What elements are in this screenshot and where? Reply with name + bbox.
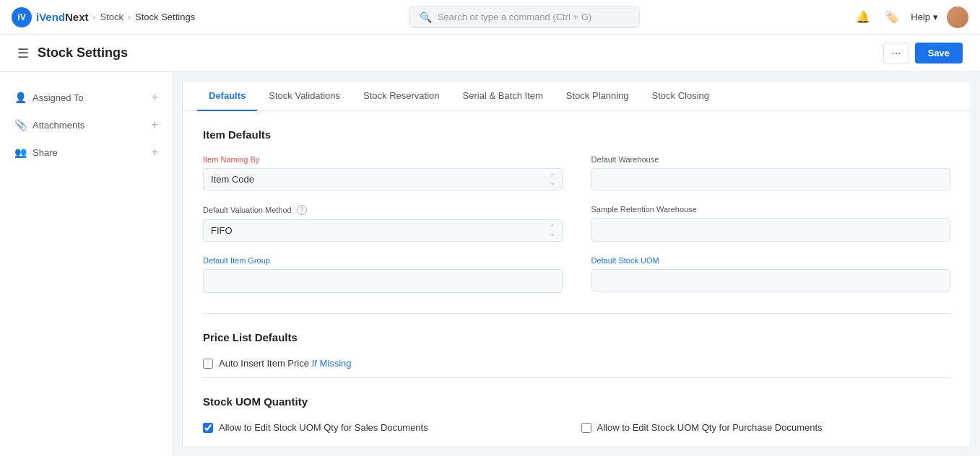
sidebar-item-assigned-to-left: 👤 Assigned To: [14, 92, 84, 103]
page-header-left: ☰ Stock Settings: [17, 45, 128, 61]
default-valuation-label-text: Default Valuation Method: [203, 206, 292, 214]
allow-edit-purchase-checkbox[interactable]: [581, 423, 591, 433]
valuation-help-icon[interactable]: ?: [297, 205, 307, 215]
default-item-group-field: Default Item Group: [203, 256, 563, 293]
auto-insert-row: Auto Insert Item Price If Missing: [203, 358, 950, 369]
avatar[interactable]: [947, 6, 968, 28]
page-title: Stock Settings: [38, 45, 128, 61]
tabs-bar: Defaults Stock Validations Stock Reserva…: [183, 82, 971, 111]
default-stock-uom-input[interactable]: Each: [591, 269, 951, 291]
allow-edit-sales-label: Allow to Edit Stock UOM Qty for Sales Do…: [219, 422, 428, 433]
sidebar: 👤 Assigned To + 📎 Attachments + 👥 Share …: [0, 72, 173, 456]
default-warehouse-label: Default Warehouse: [591, 155, 951, 164]
attachments-add-icon[interactable]: +: [152, 118, 158, 131]
item-defaults-grid: Item Naming By Item Code Item Name Serie…: [203, 155, 950, 293]
form-content: Item Defaults Item Naming By Item Code I…: [183, 111, 971, 447]
default-item-group-label: Default Item Group: [203, 256, 563, 265]
default-stock-uom-field: Default Stock UOM Each: [591, 256, 951, 293]
auto-insert-highlight-text: If Missing: [312, 358, 352, 369]
assigned-to-icon: 👤: [14, 92, 27, 103]
allow-edit-purchase-label: Allow to Edit Stock UOM Qty for Purchase…: [597, 422, 823, 433]
nav-right: 🔔 🏷️ Help ▾: [853, 6, 968, 28]
help-chevron-icon: ▾: [933, 12, 938, 22]
sidebar-label-share: Share: [32, 147, 58, 158]
logo[interactable]: iV iVendNext: [12, 7, 89, 27]
assigned-to-add-icon[interactable]: +: [152, 91, 158, 104]
auto-insert-checkbox[interactable]: [203, 359, 213, 369]
auto-insert-text: Auto Insert Item Price: [219, 358, 309, 369]
price-list-title: Price List Defaults: [203, 331, 950, 343]
page-header: ☰ Stock Settings ··· Save: [0, 35, 980, 72]
auto-insert-highlight: If Missing: [312, 358, 352, 369]
sidebar-item-share[interactable]: 👥 Share +: [0, 139, 173, 166]
default-valuation-select[interactable]: FIFO Moving Average LIFO: [203, 219, 563, 242]
item-naming-select[interactable]: Item Code Item Name Series: [203, 168, 563, 190]
allow-edit-sales-item: Allow to Edit Stock UOM Qty for Sales Do…: [203, 422, 573, 433]
sidebar-item-attachments[interactable]: 📎 Attachments +: [0, 111, 173, 139]
item-defaults-title: Item Defaults: [203, 128, 950, 141]
section-divider-2: [203, 377, 950, 378]
sample-retention-label: Sample Retention Warehouse: [591, 205, 951, 214]
top-nav: iV iVendNext › Stock › Stock Settings 🔍 …: [0, 0, 980, 35]
logo-ivend: iVend: [36, 11, 65, 23]
save-button[interactable]: Save: [915, 43, 963, 63]
tab-serial-batch-item[interactable]: Serial & Batch Item: [451, 82, 555, 111]
breadcrumb-sep-1: ›: [93, 12, 96, 22]
avatar-image: [947, 6, 968, 28]
default-warehouse-field: Default Warehouse Stores - AR: [591, 155, 951, 190]
logo-next: Next: [65, 11, 89, 23]
search-placeholder: Search or type a command (Ctrl + G): [438, 12, 592, 22]
sidebar-label-assigned-to: Assigned To: [32, 92, 84, 103]
sidebar-item-attachments-left: 📎 Attachments: [14, 119, 84, 131]
default-item-group-input[interactable]: [203, 269, 563, 293]
default-valuation-label: Default Valuation Method ?: [203, 205, 563, 215]
sidebar-label-attachments: Attachments: [32, 120, 84, 131]
more-options-button[interactable]: ···: [883, 43, 909, 64]
help-label: Help: [911, 12, 930, 22]
breadcrumb-stock[interactable]: Stock: [100, 12, 124, 22]
section-divider-1: [203, 313, 950, 314]
allow-edit-purchase-item: Allow to Edit Stock UOM Qty for Purchase…: [581, 422, 951, 433]
share-icon: 👥: [14, 146, 27, 158]
notifications-button[interactable]: 🔔: [853, 7, 873, 27]
default-valuation-select-wrap: FIFO Moving Average LIFO: [203, 219, 563, 242]
attachments-icon: 📎: [14, 119, 27, 131]
sample-retention-field: Sample Retention Warehouse: [591, 205, 951, 242]
breadcrumb-current: Stock Settings: [135, 12, 195, 22]
stock-uom-grid: Allow to Edit Stock UOM Qty for Sales Do…: [203, 422, 950, 433]
default-valuation-field: Default Valuation Method ? FIFO Moving A…: [203, 205, 563, 242]
search-icon: 🔍: [420, 12, 432, 23]
share-add-icon[interactable]: +: [152, 146, 158, 159]
item-naming-field: Item Naming By Item Code Item Name Serie…: [203, 155, 563, 190]
tab-stock-planning[interactable]: Stock Planning: [555, 82, 641, 111]
help-button[interactable]: Help ▾: [911, 12, 938, 22]
allow-edit-sales-checkbox[interactable]: [203, 423, 213, 433]
item-naming-label: Item Naming By: [203, 155, 563, 164]
logo-icon: iV: [12, 7, 32, 27]
content-area: Defaults Stock Validations Stock Reserva…: [182, 81, 971, 447]
tab-stock-validations[interactable]: Stock Validations: [257, 82, 352, 111]
hamburger-button[interactable]: ☰: [17, 45, 29, 61]
sample-retention-input[interactable]: [591, 218, 951, 242]
search-bar[interactable]: 🔍 Search or type a command (Ctrl + G): [409, 6, 640, 28]
tab-defaults[interactable]: Defaults: [197, 82, 257, 111]
sidebar-item-assigned-to[interactable]: 👤 Assigned To +: [0, 84, 173, 111]
stock-uom-title: Stock UOM Quantity: [203, 395, 950, 408]
breadcrumb-sep-2: ›: [128, 12, 131, 22]
tab-stock-reservation[interactable]: Stock Reservation: [352, 82, 451, 111]
default-warehouse-input[interactable]: Stores - AR: [591, 168, 951, 190]
item-naming-select-wrap: Item Code Item Name Series: [203, 168, 563, 190]
auto-insert-label: Auto Insert Item Price If Missing: [219, 358, 352, 369]
nav-left: iV iVendNext › Stock › Stock Settings: [12, 7, 195, 27]
nav-center: 🔍 Search or type a command (Ctrl + G): [195, 6, 853, 28]
sidebar-item-share-left: 👥 Share: [14, 146, 58, 158]
logo-text: iVendNext: [36, 11, 89, 23]
main-layout: 👤 Assigned To + 📎 Attachments + 👥 Share …: [0, 72, 980, 456]
default-stock-uom-label: Default Stock UOM: [591, 256, 951, 265]
tab-stock-closing[interactable]: Stock Closing: [641, 82, 721, 111]
page-header-right: ··· Save: [883, 43, 963, 64]
bookmark-button[interactable]: 🏷️: [882, 7, 902, 27]
